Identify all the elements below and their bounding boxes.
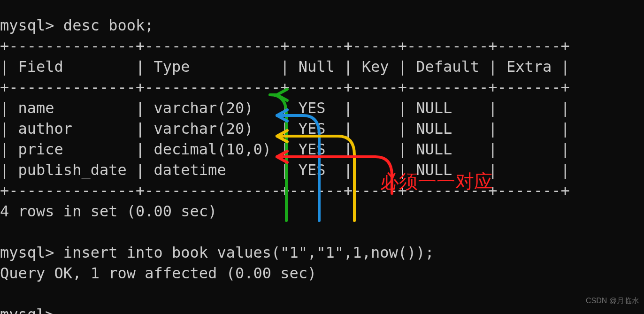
annotation-text: 必须一一对应 xyxy=(380,171,493,192)
terminal-output: mysql> desc book; +--------------+------… xyxy=(0,15,570,314)
watermark: CSDN @月临水 xyxy=(586,291,639,311)
